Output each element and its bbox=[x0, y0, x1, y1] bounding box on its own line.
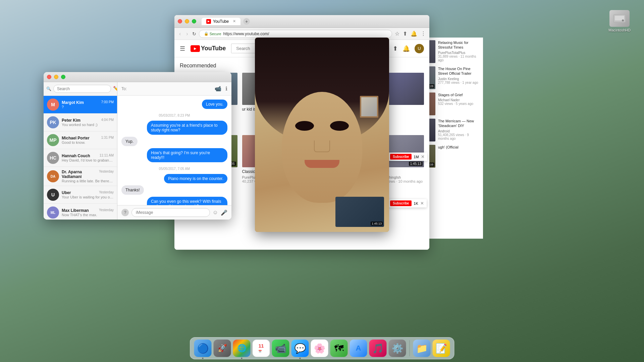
contact-name-peter: Peter Kim bbox=[62, 118, 80, 123]
contact-avatar-uber: U bbox=[47, 189, 59, 201]
imessage-close[interactable] bbox=[47, 75, 51, 79]
close-button[interactable] bbox=[178, 19, 182, 23]
dock-system-prefs[interactable]: ⚙️ bbox=[389, 340, 406, 357]
contact-item-hannah[interactable]: HC Hannah Couch 11:11 AM Hey David, I'd … bbox=[44, 149, 117, 167]
info-icon[interactable]: ℹ bbox=[225, 85, 227, 92]
mouth bbox=[305, 160, 339, 168]
contact-time-peter: 4:04 PM bbox=[101, 118, 114, 123]
imessage-titlebar bbox=[44, 72, 231, 82]
browser-titlebar: ▶ YouTube ✕ + bbox=[174, 15, 429, 28]
contact-time-aparna: Yesterday bbox=[99, 170, 114, 179]
back-button[interactable]: ‹ bbox=[178, 30, 182, 38]
subscribe-button-1[interactable]: Subscribe bbox=[390, 154, 412, 160]
msg-bubble-thanks: Thanks! bbox=[121, 185, 144, 195]
dock-launchpad[interactable]: 🚀 bbox=[214, 340, 231, 357]
chat-area: To: 📹 ℹ Love you. 05/03/2017, 8:23 PM As… bbox=[117, 82, 231, 220]
contact-avatar-aparna: DA bbox=[47, 170, 59, 182]
dock-appstore[interactable]: A bbox=[350, 340, 367, 357]
contact-item-aparna[interactable]: DA Dr. Aparna Vadlamani Yesterday Runnin… bbox=[44, 167, 117, 186]
apps-button[interactable]: ? bbox=[121, 209, 129, 216]
chat-header: To: 📹 ℹ bbox=[117, 82, 231, 96]
browser-tab[interactable]: ▶ YouTube ✕ bbox=[202, 18, 240, 25]
messages-dot bbox=[300, 358, 301, 359]
sub-count-1: 1M bbox=[414, 155, 419, 159]
bell-icon[interactable]: 🔔 bbox=[402, 45, 410, 52]
small-video-thumb: 1:45:13 bbox=[335, 197, 384, 227]
subscribe-close-1[interactable]: ✕ bbox=[421, 154, 425, 159]
dock-itunes[interactable]: 🎵 bbox=[369, 340, 387, 357]
chat-header-icons: 📹 ℹ bbox=[215, 85, 227, 92]
menu-icon[interactable]: ☰ bbox=[180, 45, 185, 52]
right-channel-2: Justin Keeling bbox=[438, 77, 480, 81]
dock-maps[interactable]: 🗺 bbox=[330, 340, 348, 357]
contact-item-max[interactable]: ML Max Liberman Yesterday Now THAT's the… bbox=[44, 204, 117, 220]
upload-video-icon[interactable]: ⬆ bbox=[393, 45, 398, 52]
maximize-button[interactable] bbox=[192, 19, 196, 23]
secure-badge: 🔒 Secure bbox=[204, 32, 221, 36]
dock-finder2[interactable]: 📁 bbox=[413, 340, 431, 357]
small-thumb-duration: 1:45:13 bbox=[371, 222, 383, 226]
contact-avatar-max: ML bbox=[47, 206, 59, 219]
contact-item-peter[interactable]: PK Peter Kim 4:04 PM You worked so hard … bbox=[44, 114, 117, 131]
compose-button[interactable]: ✏️ bbox=[113, 85, 117, 93]
dock-messages[interactable]: 💬 bbox=[291, 340, 309, 357]
youtube-logo-icon: ▶ bbox=[191, 45, 200, 52]
subscribe-close-2[interactable]: ✕ bbox=[420, 201, 424, 206]
contact-name-aparna: Dr. Aparna Vadlamani bbox=[62, 170, 99, 179]
contact-avatar-hannah: HC bbox=[47, 152, 59, 164]
picture-content bbox=[361, 97, 377, 116]
forward-button[interactable]: › bbox=[185, 30, 189, 38]
refresh-button[interactable]: ↻ bbox=[192, 31, 196, 37]
contact-item-margot[interactable]: M Margot Kim 7:00 PM ? bbox=[44, 96, 117, 114]
right-info-2: The House On Pine Street Official Traile… bbox=[438, 66, 480, 89]
bookmark-icon[interactable]: ☆ bbox=[395, 31, 399, 37]
contact-item-uber[interactable]: U Uber Yesterday Your Uber is waiting fo… bbox=[44, 186, 117, 204]
dock-facetime[interactable]: 📹 bbox=[272, 340, 289, 357]
dock-finder[interactable]: 🔵 bbox=[194, 340, 212, 357]
url-text: https://www.youtube.com/ bbox=[223, 32, 269, 36]
message-input[interactable] bbox=[131, 208, 210, 217]
imessage-search-bar: 🔍 ✏️ bbox=[44, 82, 117, 96]
imessage-maximize[interactable] bbox=[61, 75, 65, 79]
svg-point-2 bbox=[622, 19, 624, 21]
right-title-5: ugh' (Official bbox=[438, 145, 480, 149]
right-meta-1: 31,889 views · 11 months ago bbox=[438, 55, 480, 62]
dock-notes[interactable]: 📝 bbox=[433, 340, 450, 357]
notes-icon: 📝 bbox=[435, 343, 447, 354]
youtube-header-right: ⬆ 🔔 U bbox=[393, 44, 424, 53]
tab-close-button[interactable]: ✕ bbox=[233, 19, 236, 23]
video-call-overlay: 1:45:13 bbox=[255, 38, 389, 232]
timestamp-1: 05/03/2017, 8:23 PM bbox=[121, 114, 227, 117]
macintosh-hd-icon[interactable]: MacintoshHD bbox=[608, 10, 631, 32]
subscribe-box-1: Subscribe 1M ✕ bbox=[387, 153, 427, 161]
msg-bubble-yup: Yup. bbox=[121, 137, 138, 146]
contact-name-uber: Uber bbox=[62, 190, 71, 195]
more-icon[interactable]: ⋮ bbox=[421, 31, 426, 37]
emoji-button[interactable]: ☺ bbox=[213, 209, 218, 216]
imessage-search-input[interactable] bbox=[53, 85, 111, 93]
notification-icon[interactable]: 🔔 bbox=[411, 31, 417, 37]
dock-calendar[interactable]: 11📅 bbox=[253, 340, 270, 357]
minimize-button[interactable] bbox=[185, 19, 189, 23]
right-channel-3: Michael Nader bbox=[438, 98, 480, 102]
address-bar[interactable]: 🔒 Secure https://www.youtube.com/ bbox=[199, 30, 392, 38]
dock-photos[interactable]: 🌸 bbox=[311, 340, 328, 357]
nose bbox=[314, 140, 330, 152]
new-tab-button[interactable]: + bbox=[243, 18, 250, 25]
mic-button[interactable]: 🎤 bbox=[221, 209, 227, 216]
appstore-icon: A bbox=[356, 344, 361, 353]
maps-icon: 🗺 bbox=[334, 343, 344, 354]
msg-canyougo: Can you even go this week? With finals a… bbox=[121, 197, 227, 205]
upload-icon[interactable]: ⬆ bbox=[403, 31, 407, 37]
youtube-logo[interactable]: ▶ YouTube bbox=[191, 45, 226, 52]
dock-chrome[interactable]: 🌐 bbox=[233, 340, 251, 357]
contact-preview-hannah: Hey David, I'd love to grabanother drink… bbox=[62, 158, 114, 162]
contact-preview-uber: Your Uber is waiting for you outside. bbox=[62, 195, 114, 199]
imessage-minimize[interactable] bbox=[54, 75, 58, 79]
contact-item-michael[interactable]: MP Michael Porter 1:31 PM Good to know. bbox=[44, 131, 117, 149]
video-call-icon[interactable]: 📹 bbox=[215, 85, 221, 92]
dock-separator bbox=[410, 340, 410, 356]
user-avatar[interactable]: U bbox=[415, 44, 424, 53]
subscribe-button-2[interactable]: Subscribe bbox=[390, 200, 412, 206]
msg-assuming: Assuming you're at a friend's place to s… bbox=[121, 121, 227, 135]
